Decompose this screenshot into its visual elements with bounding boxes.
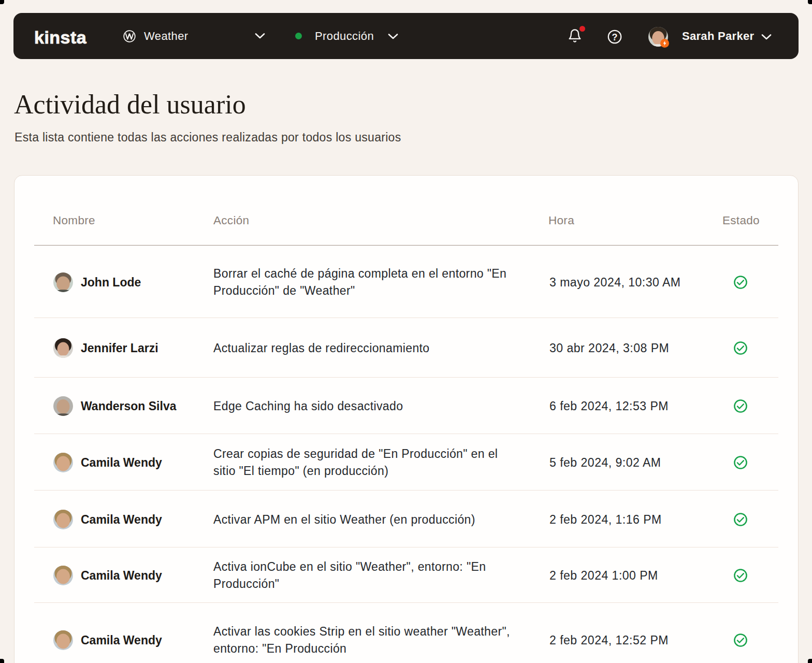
svg-text:?: ? xyxy=(612,32,618,42)
svg-text:kinsta: kinsta xyxy=(34,27,87,47)
